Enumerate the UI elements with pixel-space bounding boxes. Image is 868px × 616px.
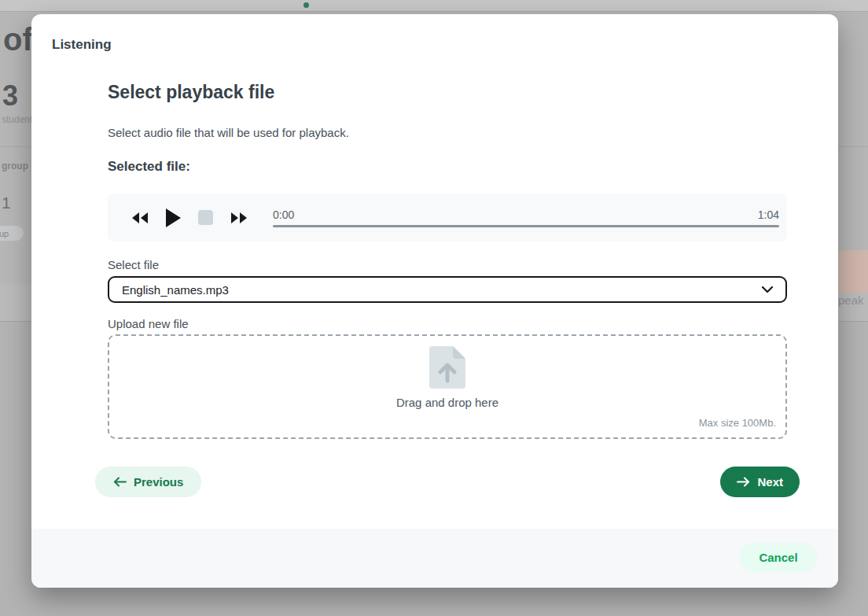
modal-title: Listening bbox=[52, 37, 112, 53]
rewind-icon bbox=[132, 212, 149, 223]
arrow-right-icon bbox=[737, 477, 750, 487]
next-button-label: Next bbox=[757, 475, 783, 489]
seek-bar[interactable] bbox=[273, 225, 779, 227]
next-button[interactable]: Next bbox=[720, 467, 800, 497]
rewind-button[interactable] bbox=[129, 209, 152, 227]
cancel-button-label: Cancel bbox=[759, 551, 797, 564]
audio-player: 0:00 1:04 bbox=[108, 194, 787, 242]
stat-label-fragment: student bbox=[2, 114, 32, 125]
selected-file-label: Selected file: bbox=[108, 159, 190, 175]
file-upload-icon bbox=[429, 346, 465, 389]
page-color-band bbox=[838, 250, 868, 293]
dropzone-text: Drag and drop here bbox=[396, 396, 498, 409]
page-top-bar bbox=[0, 0, 868, 12]
upload-new-file-label: Upload new file bbox=[108, 317, 189, 330]
group-badge-fragment: up bbox=[0, 226, 24, 241]
chevron-down-icon bbox=[762, 286, 773, 293]
fast-forward-icon bbox=[230, 212, 247, 223]
tab-speak-fragment: peak bbox=[838, 293, 864, 307]
stepper-dot-icon bbox=[303, 2, 309, 8]
screen: of 3 student group 1 up peak Listening S… bbox=[0, 0, 868, 616]
upload-dropzone[interactable]: Drag and drop here Max size 100Mb. bbox=[108, 334, 787, 439]
file-select[interactable]: English_names.mp3 bbox=[108, 276, 787, 303]
modal-footer: Cancel bbox=[31, 529, 838, 588]
stop-button[interactable] bbox=[195, 207, 216, 228]
file-select-value: English_names.mp3 bbox=[122, 283, 229, 297]
listening-modal: Listening Select playback file Select au… bbox=[31, 14, 838, 588]
current-time: 0:00 bbox=[273, 208, 294, 221]
page-heading-fragment: of bbox=[3, 22, 33, 57]
seek-area: 0:00 1:04 bbox=[273, 208, 779, 227]
select-file-label: Select file bbox=[108, 258, 159, 271]
step-description: Select audio file that will be used for … bbox=[108, 126, 349, 139]
group-label-fragment: group bbox=[2, 160, 28, 172]
cancel-button[interactable]: Cancel bbox=[739, 543, 818, 572]
group-value-fragment: 1 bbox=[2, 194, 11, 212]
fast-forward-button[interactable] bbox=[227, 209, 250, 227]
max-size-note: Max size 100Mb. bbox=[699, 417, 776, 429]
step-heading: Select playback file bbox=[108, 82, 274, 103]
stat-number-fragment: 3 bbox=[2, 79, 18, 113]
arrow-left-icon bbox=[113, 477, 127, 487]
previous-button[interactable]: Previous bbox=[95, 467, 201, 497]
stop-icon bbox=[198, 210, 213, 225]
play-icon bbox=[166, 208, 181, 227]
play-button[interactable] bbox=[163, 205, 184, 231]
previous-button-label: Previous bbox=[134, 475, 183, 489]
duration: 1:04 bbox=[758, 208, 779, 221]
